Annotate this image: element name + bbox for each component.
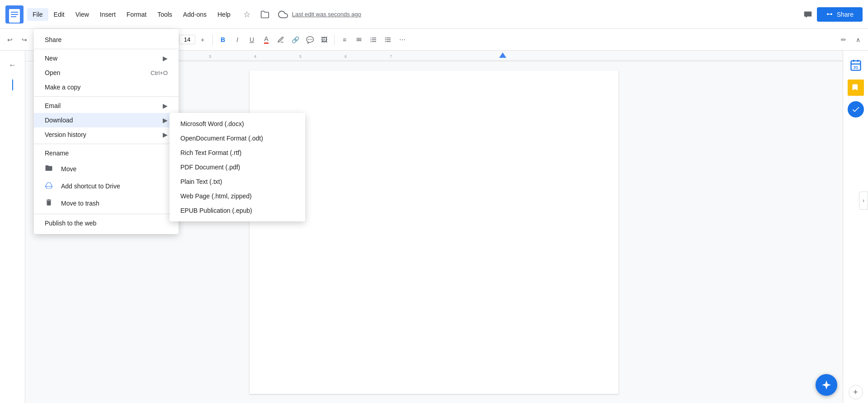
download-odt[interactable]: OpenDocument Format (.odt) (170, 131, 305, 145)
version-submenu-arrow: ▶ (163, 131, 168, 138)
menu-entry-move-to-trash[interactable]: Move to trash (34, 195, 179, 212)
menu-bar: File Edit View Insert Format Tools Add-o… (27, 8, 236, 21)
menu-file[interactable]: File (27, 8, 48, 21)
comments-button[interactable] (799, 5, 817, 23)
download-pdf[interactable]: PDF Document (.pdf) (170, 160, 305, 174)
menu-entry-open[interactable]: Open Ctrl+O (34, 66, 179, 80)
cloud-icon[interactable] (276, 7, 290, 22)
menu-sep-4 (34, 214, 179, 214)
file-menu: Share New ▶ Open Ctrl+O Make a copy Emai… (34, 29, 179, 234)
menu-entry-publish[interactable]: Publish to the web (34, 216, 179, 230)
menu-entry-email[interactable]: Email ▶ (34, 98, 179, 113)
menu-sep-2 (34, 96, 179, 97)
folder-icon[interactable] (258, 7, 272, 22)
last-edit-text: Last edit was seconds ago (292, 11, 361, 18)
menu-tools[interactable]: Tools (152, 8, 178, 21)
menu-help[interactable]: Help (212, 8, 236, 21)
move-folder-icon (45, 164, 56, 174)
menu-entry-move[interactable]: Move (34, 160, 179, 178)
menu-entry-rename[interactable]: Rename (34, 146, 179, 160)
menu-entry-add-shortcut[interactable]: Add shortcut to Drive (34, 178, 179, 195)
menu-view[interactable]: View (70, 8, 94, 21)
download-docx[interactable]: Microsoft Word (.docx) (170, 117, 305, 131)
dropdown-overlay: Share New ▶ Open Ctrl+O Make a copy Emai… (0, 29, 868, 403)
download-submenu: Microsoft Word (.docx) OpenDocument Form… (170, 113, 305, 221)
star-icon[interactable]: ☆ (240, 7, 254, 22)
menu-entry-new[interactable]: New ▶ (34, 51, 179, 66)
menu-edit[interactable]: Edit (48, 8, 70, 21)
menu-sep-3 (34, 144, 179, 144)
new-submenu-arrow: ▶ (163, 55, 168, 62)
download-rtf[interactable]: Rich Text Format (.rtf) (170, 145, 305, 160)
docs-app-icon (5, 5, 24, 23)
download-submenu-arrow: ▶ (163, 117, 168, 124)
menu-entry-make-copy[interactable]: Make a copy (34, 80, 179, 94)
download-html[interactable]: Web Page (.html, zipped) (170, 189, 305, 203)
doc-actions: ☆ (240, 7, 290, 22)
menu-entry-share[interactable]: Share (34, 33, 179, 47)
download-txt[interactable]: Plain Text (.txt) (170, 174, 305, 189)
svg-rect-3 (11, 14, 18, 15)
email-submenu-arrow: ▶ (163, 102, 168, 109)
top-bar: File Edit View Insert Format Tools Add-o… (0, 0, 868, 29)
menu-sep-1 (34, 49, 179, 49)
trash-icon (45, 198, 56, 208)
share-button[interactable]: Share (817, 7, 863, 22)
menu-format[interactable]: Format (121, 8, 152, 21)
svg-rect-2 (11, 12, 18, 13)
drive-icon (45, 181, 56, 191)
svg-rect-1 (9, 9, 20, 23)
menu-entry-download[interactable]: Download ▶ Microsoft Word (.docx) OpenDo… (34, 113, 179, 127)
svg-rect-4 (11, 16, 16, 17)
menu-addons[interactable]: Add-ons (178, 8, 212, 21)
menu-insert[interactable]: Insert (94, 8, 121, 21)
download-epub[interactable]: EPUB Publication (.epub) (170, 203, 305, 218)
menu-entry-version-history[interactable]: Version history ▶ (34, 127, 179, 142)
